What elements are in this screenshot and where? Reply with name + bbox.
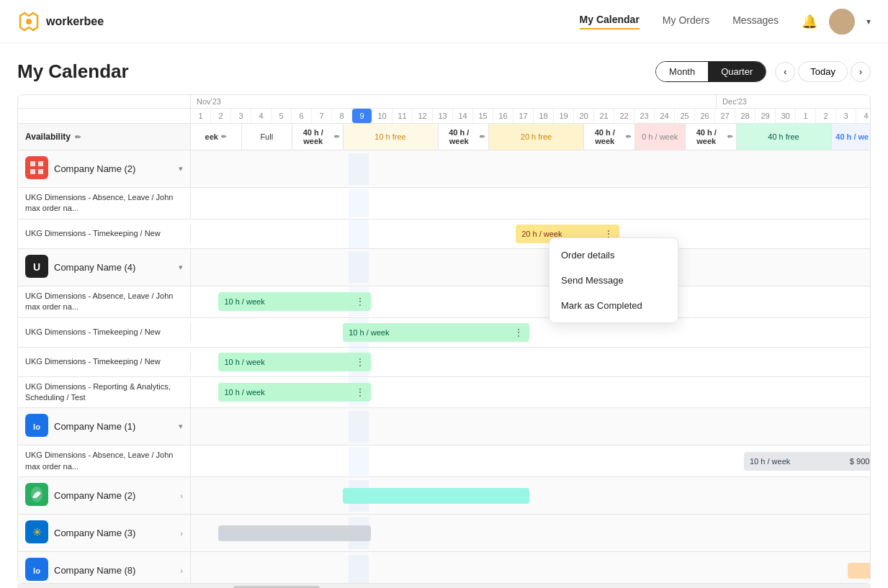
prev-button[interactable]: ‹ [775,62,795,82]
avail-segment: 40 h / week✏ [439,124,490,150]
company-cells [191,251,871,283]
company-label: U Company Name (4) ▾ [18,249,191,286]
scroll-hint [17,584,871,588]
svg-point-1 [26,19,32,24]
day-number: 1 [796,109,816,123]
order-bar[interactable]: 10 h / week⋮ [218,292,370,311]
avail-edit-icon[interactable]: ✏ [221,133,227,140]
availability-edit-icon[interactable]: ✏ [75,133,81,141]
bar-label: 10 h / week [224,388,264,397]
company-logo: ✳ [25,520,48,546]
bar-menu-dots[interactable]: ⋮ [355,386,365,398]
svg-text:lo: lo [33,566,40,575]
collapse-icon[interactable]: ▾ [179,263,183,272]
avatar[interactable] [829,9,855,35]
nav-messages[interactable]: Messages [732,14,779,29]
avail-edit-icon[interactable]: ✏ [626,133,632,140]
order-bar[interactable]: 10 h / week⋮ [218,383,370,402]
avail-edit-icon[interactable]: ✏ [727,133,733,140]
order-cells: 10 h / week⋮ [191,318,871,347]
page: My Calendar Month Quarter ‹ Today › Nov'… [0,43,888,588]
day-number: 8 [332,109,352,123]
day-number: 7 [312,109,332,123]
avail-segment: 10 h free [344,124,439,150]
svg-text:lo: lo [33,422,40,431]
company-row: ✳ Company Name (3) › [18,515,871,552]
day-number: 3 [231,109,251,123]
logo: workerbee [17,10,104,33]
order-label: UKG Dimensions - Absence, Leave / John m… [18,445,191,476]
day-number: 26 [695,109,715,123]
bar-label: 10 h / week [750,457,790,466]
day-number: 4 [251,109,272,123]
avail-segment: 20 h free [489,124,584,150]
view-month-button[interactable]: Month [656,62,708,81]
month-dec: Dec'23 [717,95,871,108]
day-number: 18 [534,109,554,123]
collapse-icon[interactable]: ▾ [179,164,183,173]
order-label: UKG Dimensions - Absence, Leave / John m… [18,188,191,219]
bell-icon[interactable]: 🔔 [802,14,817,30]
bar-label: 10 h / week [224,297,264,306]
calendar-nav: ‹ Today › [775,61,871,82]
order-row: UKG Dimensions - Timekeeping / New10 h /… [18,348,871,377]
day-number: 14 [453,109,473,123]
bar-menu-dots[interactable]: ⋮ [513,327,524,338]
company-bar[interactable] [848,563,871,579]
bar-menu-dots[interactable]: ⋮ [355,356,365,368]
avail-edit-icon[interactable]: ✏ [334,133,340,140]
context-menu: Order detailsSend MessageMark as Complet… [549,238,678,323]
day-number: 15 [473,109,493,123]
view-quarter-button[interactable]: Quarter [708,62,766,81]
order-cells: 10 h / week⋮ [191,348,871,376]
day-number: 13 [433,109,453,123]
next-button[interactable]: › [851,62,871,82]
company-row: Company Name (2) › [18,477,871,515]
avail-edit-icon[interactable]: ✏ [480,133,485,140]
order-bar[interactable]: 10 h / week⋮ [218,353,370,371]
expand-icon[interactable]: › [180,566,183,575]
bar-label: 10 h / week [224,358,264,366]
avail-segment: 40 h / week✏ [292,124,344,150]
bar-label: 20 h / week [521,230,562,238]
company-row: lo Company Name (1) ▾ [18,408,871,445]
expand-icon[interactable]: › [180,492,183,500]
logo-text: workerbee [46,15,104,28]
day-number: 27 [715,109,735,123]
svg-rect-4 [25,156,48,179]
day-number: 5 [272,109,292,123]
account-chevron-icon[interactable]: ▾ [866,17,871,27]
order-bar[interactable]: 10 h / week$ 900 [744,452,871,471]
page-header: My Calendar Month Quarter ‹ Today › [17,60,871,83]
availability-text: Availability [25,132,71,142]
company-name: Company Name (4) [54,262,135,273]
company-label: ✳ Company Name (3) › [18,515,191,551]
day-number: 29 [755,109,776,123]
company-bar[interactable] [343,488,529,504]
order-bar[interactable]: 10 h / week⋮ [343,323,529,342]
context-menu-item[interactable]: Mark as Completed [550,293,678,318]
context-menu-item[interactable]: Send Message [550,268,678,293]
company-row: Company Name (2) ▾ [18,150,871,188]
company-name: Company Name (2) [54,163,135,174]
order-label: UKG Dimensions - Timekeeping / New [18,322,191,342]
svg-point-3 [833,26,851,35]
company-name: Company Name (1) [54,421,135,432]
company-rows: Company Name (2) ▾ UKG Dimensions - Abse… [18,150,871,584]
avail-segment: 0 h / week [635,124,686,150]
avail-segment: 40 h / we✏ [832,124,871,150]
bar-menu-dots[interactable]: ⋮ [355,296,365,307]
order-row: UKG Dimensions - Timekeeping / New10 h /… [18,318,871,348]
context-menu-item[interactable]: Order details [550,243,678,268]
nav-my-orders[interactable]: My Orders [663,14,709,29]
expand-icon[interactable]: › [180,529,183,538]
day-numbers: 1234567891011121314151617181920212223242… [191,109,871,123]
day-number: 12 [413,109,433,123]
day-number: 24 [655,109,675,123]
today-button[interactable]: Today [798,61,848,82]
company-name: Company Name (3) [54,528,135,538]
company-bar[interactable] [218,525,370,541]
day-number: 10 [372,109,393,123]
nav-my-calendar[interactable]: My Calendar [580,14,640,30]
collapse-icon[interactable]: ▾ [179,422,183,431]
